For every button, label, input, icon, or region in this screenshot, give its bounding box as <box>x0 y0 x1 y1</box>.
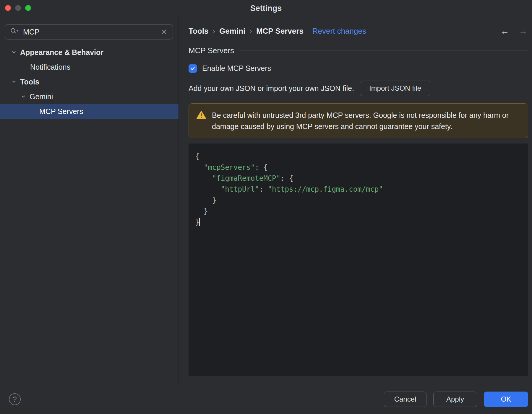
history-navigation: ← → <box>500 25 528 37</box>
titlebar: Settings <box>0 0 532 17</box>
breadcrumb-item-tools[interactable]: Tools <box>189 27 208 36</box>
checkmark-icon <box>190 66 195 71</box>
section-divider <box>240 50 528 51</box>
dialog-footer: ? Cancel Apply OK <box>0 384 532 414</box>
sidebar-item-notifications[interactable]: Notifications <box>0 60 179 74</box>
apply-button[interactable]: Apply <box>433 392 477 407</box>
code-line: } <box>195 206 522 217</box>
search-input[interactable] <box>22 27 157 37</box>
breadcrumb: Tools › Gemini › MCP Servers Revert chan… <box>189 25 528 37</box>
code-line: { <box>195 151 522 162</box>
chevron-down-icon[interactable] <box>11 79 17 84</box>
enable-mcp-row: Enable MCP Servers <box>189 64 528 73</box>
sidebar-item-mcp-servers[interactable]: MCP Servers <box>0 104 179 119</box>
chevron-separator-icon: › <box>249 27 252 36</box>
import-row: Add your own JSON or import your own JSO… <box>189 80 528 96</box>
sidebar-item-label: Appearance & Behavior <box>20 48 103 57</box>
cancel-button[interactable]: Cancel <box>384 392 426 407</box>
sidebar-item-appearance-behavior[interactable]: Appearance & Behavior <box>0 45 179 60</box>
json-editor[interactable]: { "mcpServers": { "figmaRemoteMCP": { "h… <box>189 144 528 376</box>
sidebar-item-label: Tools <box>20 78 39 86</box>
settings-main-pane: Tools › Gemini › MCP Servers Revert chan… <box>179 17 532 384</box>
chevron-separator-icon: › <box>213 27 215 36</box>
section-header: MCP Servers <box>189 46 528 55</box>
back-arrow-icon[interactable]: ← <box>500 26 509 36</box>
settings-tree: Appearance & Behavior Notifications Tool… <box>0 45 179 384</box>
chevron-down-icon[interactable] <box>11 50 17 55</box>
help-icon[interactable]: ? <box>9 393 21 405</box>
import-description: Add your own JSON or import your own JSO… <box>189 84 354 93</box>
search-box: ✕ <box>5 24 173 40</box>
enable-mcp-label[interactable]: Enable MCP Servers <box>202 64 271 73</box>
chevron-down-icon[interactable] <box>21 94 26 99</box>
warning-banner: Be careful with untrusted 3rd party MCP … <box>189 103 528 138</box>
json-editor-code: { "mcpServers": { "figmaRemoteMCP": { "h… <box>195 151 522 228</box>
sidebar-item-gemini[interactable]: Gemini <box>0 89 179 104</box>
enable-mcp-checkbox[interactable] <box>189 64 197 73</box>
page-title: MCP Servers <box>189 46 234 55</box>
breadcrumb-item-mcp-servers[interactable]: MCP Servers <box>256 27 304 36</box>
text-cursor <box>199 218 200 226</box>
window-title: Settings <box>0 0 532 17</box>
forward-arrow-icon[interactable]: → <box>519 26 528 36</box>
code-line: "httpUrl": "https://mcp.figma.com/mcp" <box>195 184 522 195</box>
code-line: "figmaRemoteMCP": { <box>195 173 522 184</box>
code-line: "mcpServers": { <box>195 162 522 173</box>
code-line: } <box>195 217 522 228</box>
settings-window: Settings ✕ <box>0 0 532 414</box>
revert-changes-link[interactable]: Revert changes <box>312 27 366 36</box>
breadcrumb-item-gemini[interactable]: Gemini <box>219 27 245 36</box>
search-icon[interactable] <box>10 27 19 36</box>
warning-icon <box>197 111 206 121</box>
sidebar-item-tools[interactable]: Tools <box>0 74 179 89</box>
clear-search-icon[interactable]: ✕ <box>160 28 168 36</box>
import-json-button[interactable]: Import JSON file <box>360 81 430 96</box>
ok-button[interactable]: OK <box>484 392 528 407</box>
settings-sidebar: ✕ Appearance & Behavior Notifications <box>0 17 179 384</box>
sidebar-item-label: Gemini <box>30 92 53 101</box>
warning-text: Be careful with untrusted 3rd party MCP … <box>212 110 516 132</box>
sidebar-item-label: Notifications <box>30 63 70 71</box>
code-line: } <box>195 195 522 206</box>
sidebar-item-label: MCP Servers <box>39 107 83 116</box>
